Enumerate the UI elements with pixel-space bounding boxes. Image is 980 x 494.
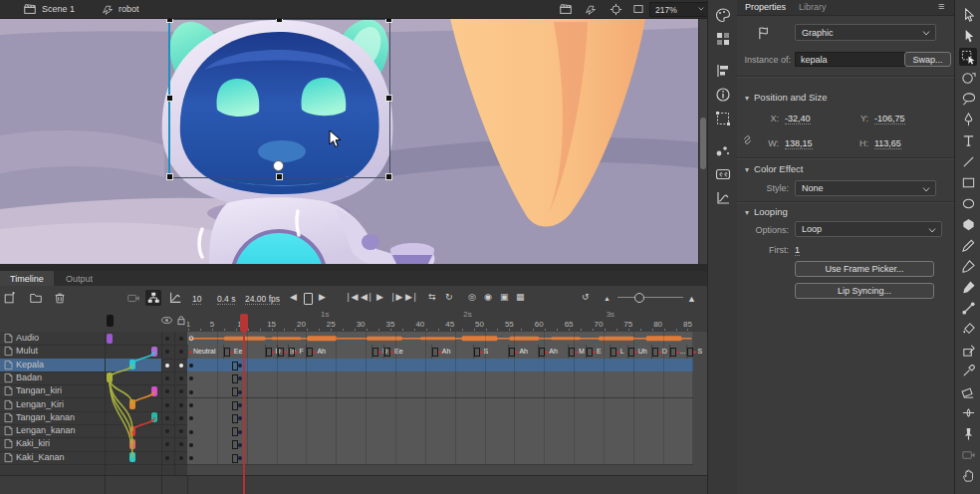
layer-lock-dot[interactable]: [179, 337, 183, 341]
transform-handle-left-mid[interactable]: [166, 95, 173, 102]
ink-bottle-tool[interactable]: [959, 341, 977, 359]
layer-visibility-dot[interactable]: [165, 416, 169, 420]
frame-row-Kaki_kiri[interactable]: [187, 437, 693, 451]
panel-divider[interactable]: [0, 264, 707, 271]
instance-name-field[interactable]: kepala: [795, 52, 905, 67]
layer-row-Kaki_kiri[interactable]: Kaki_kiri: [0, 437, 187, 451]
hand-tool[interactable]: [959, 466, 977, 484]
playhead-marker[interactable]: [240, 314, 248, 332]
timeline-ruler[interactable]: 1s2s3s1510152025303540455055606570758085: [187, 310, 707, 333]
scene-name[interactable]: Scene 1: [42, 4, 75, 14]
layer-lock-dot[interactable]: [179, 376, 183, 380]
w-value[interactable]: 138,15: [785, 138, 813, 149]
keyframe-anchor-box[interactable]: [670, 348, 676, 357]
pencil-tool[interactable]: [959, 236, 977, 254]
reset-timeline-zoom-button[interactable]: ↺: [582, 292, 589, 302]
layer-parent-pill[interactable]: [151, 412, 157, 422]
frame-row-Lengan_kanan[interactable]: [187, 424, 693, 438]
keyframe-dot[interactable]: [230, 351, 233, 354]
swatches-panel[interactable]: [714, 30, 732, 48]
timeline-zoom-slider-track[interactable]: [617, 297, 683, 298]
layer-name[interactable]: Lengan_kanan: [16, 425, 76, 435]
section-looping[interactable]: Looping: [745, 206, 788, 217]
asset-warp-tool[interactable]: [959, 424, 977, 442]
transform-handle-bottom-mid[interactable]: [276, 173, 283, 180]
go-to-first-frame-button[interactable]: ❘◀: [345, 292, 357, 302]
panel-menu-icon[interactable]: ≡: [938, 0, 944, 12]
swap-button[interactable]: Swap...: [904, 52, 951, 67]
keyframe-dot[interactable]: [295, 351, 298, 354]
onion-skin-outlines-button[interactable]: ◉: [484, 292, 491, 302]
layer-visibility-dot[interactable]: [165, 403, 169, 407]
x-value[interactable]: -32,40: [785, 114, 811, 124]
keyframe-dot[interactable]: [189, 351, 192, 354]
keyframe-dot[interactable]: [545, 351, 548, 354]
edit-symbols-button[interactable]: [583, 2, 599, 16]
keyframe-dot-first[interactable]: [189, 416, 193, 420]
show-parenting-view-button[interactable]: [145, 290, 161, 306]
center-stage-button[interactable]: [608, 2, 623, 16]
pen-tool[interactable]: [959, 111, 977, 128]
keyframe-anchor-box[interactable]: [266, 348, 272, 357]
loop-options-select[interactable]: Loop: [795, 221, 942, 237]
transform-panel[interactable]: [714, 110, 732, 127]
tab-timeline[interactable]: Timeline: [0, 271, 54, 286]
delete-layer-button[interactable]: [52, 290, 68, 306]
keyframe-dot-first[interactable]: [189, 376, 193, 380]
keyframe-dot-second[interactable]: [238, 456, 242, 460]
motion-editor-panel[interactable]: [714, 189, 732, 207]
layer-parent-pill[interactable]: [129, 360, 135, 370]
keyframe-anchor-box[interactable]: [652, 348, 658, 357]
keyframe-dot[interactable]: [438, 351, 441, 354]
keyframe-dot-first[interactable]: [189, 364, 193, 368]
layer-row-Kepala[interactable]: Kepala: [0, 359, 187, 372]
section-color-effect[interactable]: Color Effect: [745, 163, 803, 174]
keyframe-anchor-box[interactable]: [232, 374, 238, 383]
layer-lock-dot[interactable]: [179, 456, 183, 460]
color-panel[interactable]: [714, 6, 732, 24]
transform-handle-bottom-right[interactable]: [385, 173, 392, 180]
keyframe-dot[interactable]: [616, 351, 619, 354]
camera-tool[interactable]: [959, 445, 977, 463]
symbol-behavior-select[interactable]: Graphic: [795, 24, 936, 41]
loop-playback-button[interactable]: ↻: [445, 292, 452, 302]
onion-skin-button[interactable]: ◎: [468, 292, 475, 302]
layer-name[interactable]: Mulut: [16, 346, 38, 356]
layer-row-Audio[interactable]: Audio: [0, 332, 187, 346]
layer-row-Tangan_kanan[interactable]: Tangan_kanan: [0, 411, 187, 425]
new-layer-button[interactable]: [2, 290, 18, 306]
edit-multiple-frames-button[interactable]: ▣: [500, 292, 508, 302]
keyframe-dot-first[interactable]: [189, 456, 193, 460]
center-playhead-button[interactable]: ⇆: [428, 292, 435, 302]
layer-name[interactable]: Badan: [16, 372, 42, 382]
keyframe-dot[interactable]: [378, 351, 381, 354]
info-panel[interactable]: [714, 86, 732, 104]
layer-name[interactable]: Kepala: [16, 360, 44, 370]
keyframe-dot-second[interactable]: [238, 376, 242, 380]
eraser-tool[interactable]: [959, 382, 977, 400]
keyframe-dot-second[interactable]: [238, 430, 242, 434]
layer-visibility-dot[interactable]: [165, 429, 169, 433]
layer-parent-pill[interactable]: [129, 426, 135, 436]
layer-parent-pill[interactable]: [129, 399, 135, 409]
lip-syncing-button[interactable]: Lip Syncing...: [795, 283, 934, 299]
edit-scene-button[interactable]: [558, 2, 574, 16]
keyframe-dot-first[interactable]: [189, 430, 193, 434]
y-value[interactable]: -106,75: [874, 114, 905, 124]
keyframe-dot[interactable]: [480, 351, 483, 354]
keyframe-dot[interactable]: [693, 351, 696, 354]
layer-lock-dot[interactable]: [179, 389, 183, 393]
keyframe-dot[interactable]: [313, 351, 316, 354]
lock-column-icon[interactable]: [175, 314, 187, 327]
layer-lock-dot[interactable]: [179, 429, 183, 433]
layer-row-Tangan_kiri[interactable]: Tangan_kiri: [0, 384, 187, 398]
align-panel[interactable]: [714, 62, 732, 80]
h-value[interactable]: 113,65: [874, 138, 901, 149]
keyframe-dot[interactable]: [575, 351, 578, 354]
keyframe-anchor-box[interactable]: [474, 348, 480, 357]
keyframe-dot[interactable]: [593, 351, 596, 354]
keyframe-dot[interactable]: [676, 351, 679, 354]
timeline-zoom-slider-knob[interactable]: [634, 293, 644, 303]
stage-zoom-select[interactable]: 217%: [649, 2, 708, 17]
current-frame-value[interactable]: 10: [192, 294, 201, 305]
